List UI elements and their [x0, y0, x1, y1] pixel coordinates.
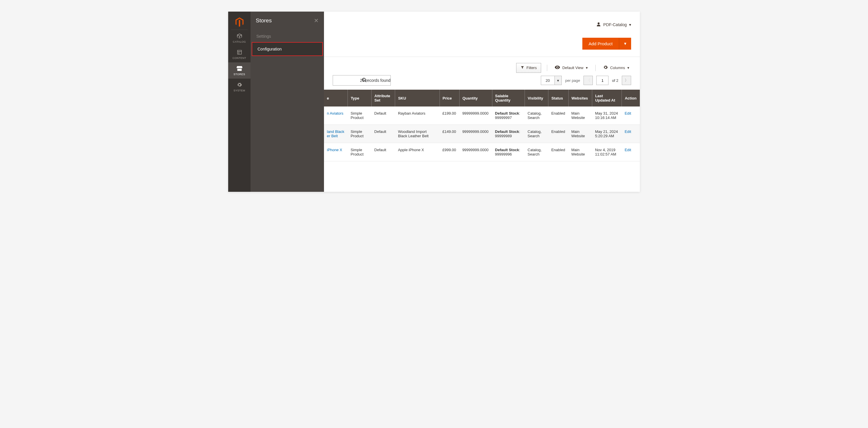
edit-link[interactable]: Edit: [625, 111, 631, 116]
cell-status: Enabled: [548, 125, 568, 143]
default-view-label: Default View: [562, 66, 584, 70]
rail-label: STORES: [234, 73, 245, 76]
per-page-select[interactable]: 20 ▾: [541, 76, 562, 85]
cell-sku: Rayban Aviators: [395, 106, 439, 125]
rail-label: SYSTEM: [234, 89, 245, 92]
per-page-label: per page: [565, 78, 580, 83]
cell-sku: Woodland Import Black Leather Belt: [395, 125, 439, 143]
edit-link[interactable]: Edit: [625, 129, 631, 134]
layout-icon: [237, 49, 242, 56]
col-visibility[interactable]: Visibility: [525, 90, 548, 106]
cell-name: n Aviators: [324, 106, 348, 125]
cell-qty: 99999999.0000: [459, 106, 492, 125]
rail-content[interactable]: CONTENT: [228, 46, 251, 62]
cell-attr-set: Default: [371, 106, 395, 125]
cube-icon: [237, 33, 242, 39]
default-view-button[interactable]: Default View ▾: [553, 63, 590, 72]
cell-action[interactable]: Edit: [622, 143, 640, 161]
col-websites[interactable]: Websites: [568, 90, 592, 106]
page-of-label: of 2: [612, 78, 618, 83]
cell-type: Simple Product: [348, 106, 372, 125]
cell-visibility: Catalog, Search: [525, 125, 548, 143]
stores-flyout: Stores ✕ Settings Configuration: [251, 11, 324, 192]
close-icon[interactable]: ✕: [314, 17, 319, 24]
edit-link[interactable]: Edit: [625, 148, 631, 152]
cell-type: Simple Product: [348, 125, 372, 143]
chevron-left-icon: 〈: [586, 78, 590, 83]
col-name[interactable]: e: [324, 90, 348, 106]
cell-qty: 99999999.0000: [459, 143, 492, 161]
chevron-down-icon: ▾: [555, 76, 561, 85]
rail-system[interactable]: SYSTEM: [228, 79, 251, 95]
cell-price: £999.00: [439, 143, 459, 161]
rail-label: CONTENT: [232, 57, 246, 60]
cell-websites: Main Website: [568, 143, 592, 161]
divider: [547, 65, 547, 71]
user-name: PDF-Catalog: [603, 22, 627, 27]
page-input[interactable]: [596, 76, 609, 85]
next-page-button[interactable]: 〉: [622, 76, 631, 85]
user-menu[interactable]: PDF-Catalog ▾: [596, 22, 631, 28]
rail-catalog[interactable]: CATALOG: [228, 30, 251, 46]
table-row[interactable]: n AviatorsSimple ProductDefaultRayban Av…: [324, 106, 640, 125]
store-icon: [237, 65, 242, 72]
filters-button[interactable]: Filters: [516, 63, 541, 73]
cell-salable: Default Stock: 99999996: [492, 143, 525, 161]
cell-attr-set: Default: [371, 125, 395, 143]
eye-icon: [555, 65, 560, 70]
cell-status: Enabled: [548, 143, 568, 161]
col-status[interactable]: Status: [548, 90, 568, 106]
funnel-icon: [521, 66, 524, 70]
cell-qty: 99999999.0000: [459, 125, 492, 143]
admin-window: CATALOG CONTENT STORES SYSTEM Stores ✕ S…: [228, 11, 640, 192]
col-price[interactable]: Price: [439, 90, 459, 106]
gear-icon: [603, 65, 608, 70]
cell-salable: Default Stock: 99999989: [492, 125, 525, 143]
cell-action[interactable]: Edit: [622, 125, 640, 143]
col-sku[interactable]: SKU: [395, 90, 439, 106]
chevron-down-icon: ▾: [629, 22, 631, 27]
records-count: 26 records found: [360, 78, 391, 83]
cell-type: Simple Product: [348, 143, 372, 161]
cell-websites: Main Website: [568, 125, 592, 143]
cell-attr-set: Default: [371, 143, 395, 161]
table-row[interactable]: land Blacker BeltSimple ProductDefaultWo…: [324, 125, 640, 143]
add-product-button[interactable]: Add Product ▼: [582, 38, 631, 50]
chevron-down-icon: ▾: [627, 66, 629, 70]
col-attr-set[interactable]: Attribute Set: [371, 90, 395, 106]
divider: [595, 65, 596, 71]
gear-icon: [237, 81, 242, 88]
rail-label: CATALOG: [233, 40, 246, 43]
table-row[interactable]: iPhone XSimple ProductDefaultApple iPhon…: [324, 143, 640, 161]
columns-label: Columns: [610, 66, 625, 70]
cell-name: land Blacker Belt: [324, 125, 348, 143]
cell-websites: Main Website: [568, 106, 592, 125]
cell-salable: Default Stock: 99999997: [492, 106, 525, 125]
chevron-down-icon: ▾: [586, 66, 588, 70]
add-product-label: Add Product: [582, 38, 619, 50]
col-salable[interactable]: Salable Quantity: [492, 90, 525, 106]
user-icon: [596, 22, 601, 28]
col-qty[interactable]: Quantity: [459, 90, 492, 106]
flyout-section-label: Settings: [251, 29, 324, 41]
cell-status: Enabled: [548, 106, 568, 125]
magento-logo-icon: [231, 14, 248, 30]
cell-updated: May 31, 2024 10:16:14 AM: [592, 106, 622, 125]
col-action[interactable]: Action: [622, 90, 640, 106]
cell-visibility: Catalog, Search: [525, 106, 548, 125]
col-type[interactable]: Type: [348, 90, 372, 106]
columns-button[interactable]: Columns ▾: [601, 63, 631, 73]
prev-page-button[interactable]: 〈: [584, 76, 593, 85]
cell-price: £199.00: [439, 106, 459, 125]
cell-action[interactable]: Edit: [622, 106, 640, 125]
cell-updated: Nov 4, 2019 11:02:57 AM: [592, 143, 622, 161]
cell-price: £149.00: [439, 125, 459, 143]
filters-label: Filters: [527, 66, 537, 70]
rail-stores[interactable]: STORES: [228, 62, 251, 79]
products-table: e Type Attribute Set SKU Price Quantity …: [324, 90, 640, 161]
col-updated[interactable]: Last Updated At: [592, 90, 622, 106]
add-product-dropdown[interactable]: ▼: [619, 38, 631, 49]
chevron-right-icon: 〉: [625, 78, 628, 83]
flyout-title: Stores: [256, 18, 272, 24]
configuration-link[interactable]: Configuration: [252, 42, 323, 56]
